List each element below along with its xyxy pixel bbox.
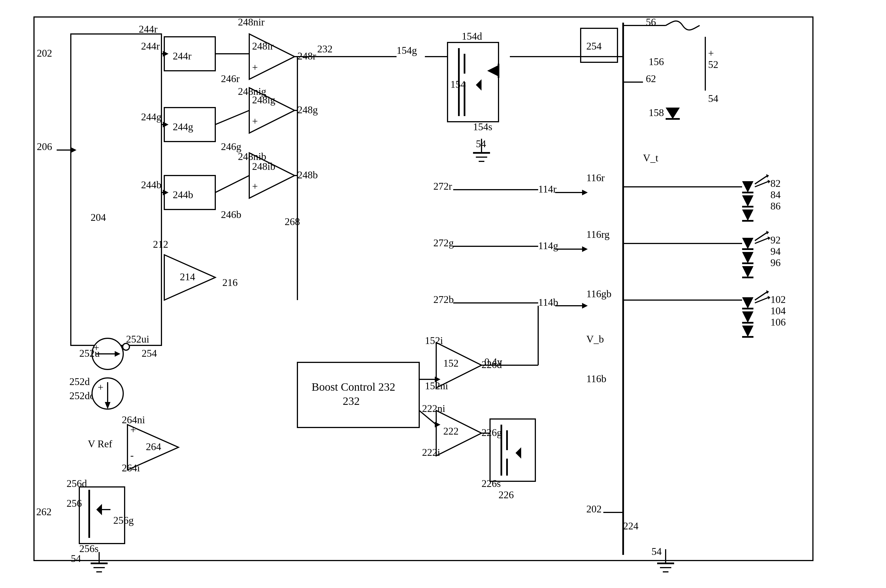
label-232: 232 (317, 44, 333, 55)
label-216: 216 (222, 277, 238, 288)
label-158: 158 (649, 107, 664, 118)
label-264ni: 264ni (122, 414, 145, 426)
label-248nir: 248nir (238, 16, 264, 28)
label-248g: 248g (297, 104, 318, 116)
label-214: 214 (180, 271, 195, 282)
label-256s: 256s (79, 543, 99, 554)
label-248nib: 248nib (238, 151, 266, 162)
label-244r-top: 244r (139, 24, 158, 35)
label-152: 152 (443, 357, 459, 369)
label-212: 212 (153, 238, 168, 250)
label-244b-box: 244b (173, 189, 193, 200)
label-244r: 244r (141, 40, 160, 52)
label-116rg: 116rg (586, 229, 610, 240)
label-252ui: 252ui (126, 333, 149, 345)
label-94: 94 (770, 246, 781, 257)
label-254-box: 254 (586, 40, 602, 52)
label-154s: 154s (473, 121, 492, 132)
label-84: 84 (770, 189, 781, 200)
label-92: 92 (770, 234, 781, 246)
label-222ni: 222ni (422, 403, 445, 414)
label-152i: 152i (425, 335, 443, 346)
label-256: 256 (66, 498, 82, 509)
svg-point-74 (123, 344, 129, 350)
label-262: 262 (36, 506, 51, 518)
label-102: 102 (770, 294, 786, 305)
label-202: 202 (37, 48, 52, 59)
label-204: 204 (91, 212, 106, 223)
label-116gb: 116gb (586, 288, 611, 300)
label-246b: 246b (221, 209, 241, 220)
label-96: 96 (770, 257, 781, 268)
label-82: 82 (770, 178, 781, 189)
label-252u-plus: + (93, 342, 99, 353)
label-154g: 154g (396, 45, 417, 56)
label-264i: 264i (122, 462, 140, 474)
label-222: 222 (443, 426, 459, 437)
label-256d: 256d (66, 478, 87, 489)
label-222i: 222i (422, 447, 440, 458)
label-244g: 244g (141, 111, 161, 123)
label-54-left-bottom: 54 (71, 553, 81, 564)
label-264: 264 (146, 441, 161, 452)
label-252d: 252d (69, 376, 90, 387)
label-264-minus: - (130, 450, 134, 461)
label-202b: 202 (586, 503, 602, 514)
label-232-boost: 232 (343, 394, 360, 407)
label-254-small: 254 (142, 348, 157, 359)
label-272g: 272g (433, 237, 454, 249)
label-248nig-inner: + (252, 62, 258, 73)
label-54-top: 54 (708, 93, 718, 104)
label-244r-box: 244r (173, 50, 191, 62)
label-vref: V Ref (88, 438, 112, 450)
label-224: 224 (623, 520, 638, 532)
label-248nig-marker: + (252, 116, 258, 127)
label-244b: 244b (141, 179, 161, 190)
label-206: 206 (37, 141, 52, 152)
label-226s: 226s (482, 478, 501, 489)
label-boost-control: Boost Control 232 (312, 381, 395, 393)
label-52: + (708, 48, 714, 59)
label-264-plus: + (130, 424, 136, 435)
label-272b: 272b (433, 294, 454, 305)
label-248nib-inner: + (252, 181, 258, 192)
label-246r: 246r (221, 73, 240, 84)
label-226: 226 (499, 489, 514, 501)
label-86: 86 (770, 200, 781, 212)
label-154d: 154d (462, 31, 482, 42)
label-104: 104 (770, 305, 786, 316)
label-272r: 272r (433, 181, 452, 192)
label-116r: 116r (586, 172, 605, 183)
label-152ni: 152ni (425, 380, 448, 392)
label-vb: V_b (586, 333, 604, 345)
label-252d-plus: + (98, 382, 104, 393)
label-252do: 252do (69, 390, 95, 401)
label-156: 156 (649, 56, 664, 68)
label-62: 62 (646, 73, 656, 84)
label-256g: 256g (113, 514, 134, 526)
label-114r: 114r (538, 183, 557, 195)
label-248ib: 248ib (252, 161, 275, 172)
label-52b: 52 (708, 59, 718, 70)
label-116b: 116b (586, 373, 607, 384)
label-246g: 246g (221, 141, 241, 152)
label-244g-box: 244g (173, 121, 193, 132)
label-248ir: 248ir (252, 40, 273, 52)
label-54-bottom: 54 (652, 546, 662, 557)
circuit-diagram: 202 204 206 244r 244r 244g 244b 244r 244… (0, 0, 886, 588)
label-vt: V_t (643, 152, 658, 164)
label-248nig: 248nig (238, 86, 266, 97)
label-106: 106 (770, 316, 786, 328)
label-248b: 248b (297, 169, 318, 181)
